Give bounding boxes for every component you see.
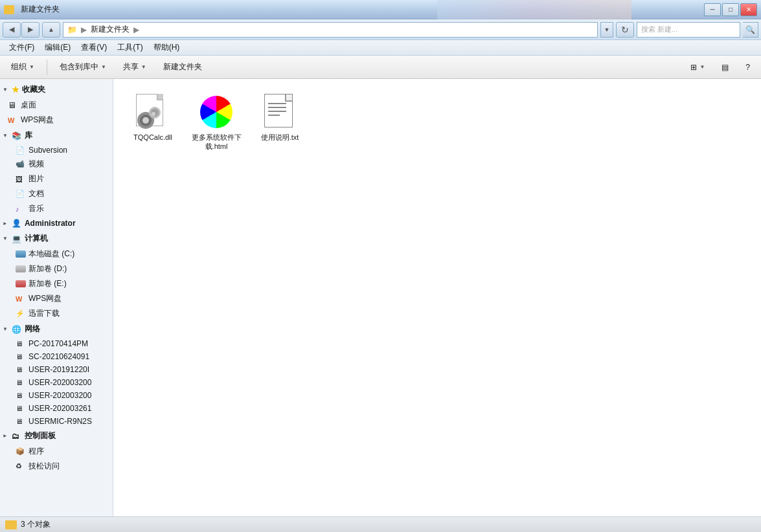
pc3-icon: 🖥: [16, 366, 26, 373]
share-button[interactable]: 共享 ▼: [117, 58, 152, 76]
address-box[interactable]: 📁 ▶ 新建文件夹 ▶: [63, 22, 598, 38]
sidebar-item-wps[interactable]: W WPS网盘: [0, 113, 113, 127]
pc7-icon: 🖥: [16, 417, 26, 425]
main-layout: ▼ ★ 收藏夹 🖥 桌面 W WPS网盘 ▼ 📚 库 📄 Subversion …: [0, 79, 761, 516]
maximize-button[interactable]: □: [722, 3, 739, 16]
wps2-icon: W: [16, 295, 26, 303]
recycle-label: 技松访问: [28, 461, 60, 472]
file-item-txt[interactable]: 使用说明.txt: [251, 89, 309, 156]
file-item-dll[interactable]: TQQCalc.dll: [124, 89, 182, 156]
toolbar-separator-1: [47, 60, 47, 75]
wps-label: WPS网盘: [21, 115, 54, 126]
sidebar-item-docs[interactable]: 📄 文档: [0, 186, 113, 201]
videos-icon: 📹: [16, 160, 26, 168]
search-button[interactable]: 🔍: [743, 22, 758, 38]
new-folder-button[interactable]: 新建文件夹: [157, 58, 208, 76]
pc5-label: USER-202003200: [28, 391, 91, 400]
favorites-expand-icon: ▼: [3, 87, 8, 93]
subversion-icon: 📄: [16, 146, 26, 155]
menu-help[interactable]: 帮助(H): [148, 41, 185, 54]
up-button[interactable]: ▲: [42, 22, 60, 38]
sidebar-control[interactable]: ▼ 🗂 控制面板: [0, 428, 113, 444]
sidebar-item-recycle[interactable]: ♻ 技松访问: [0, 459, 113, 474]
sidebar-item-drive-e[interactable]: 新加卷 (E:): [0, 276, 113, 291]
sidebar-favorites[interactable]: ▼ ★ 收藏夹: [0, 82, 113, 98]
sidebar-item-thunder[interactable]: ⚡ 迅雷下载: [0, 306, 113, 321]
admin-expand-icon: ▼: [2, 221, 8, 226]
drive-c-label: 本地磁盘 (C:): [28, 249, 74, 260]
music-label: 音乐: [28, 203, 44, 214]
thunder-label: 迅雷下载: [28, 308, 60, 319]
help-button[interactable]: ?: [740, 60, 756, 75]
forward-button[interactable]: ▶: [21, 22, 40, 38]
program-icon: 📦: [16, 447, 26, 456]
content-area: TQQCalc.dll 更多系统软件下载.html 使用: [113, 79, 761, 516]
sidebar-library[interactable]: ▼ 📚 库: [0, 127, 113, 144]
sidebar-item-drive-c[interactable]: 本地磁盘 (C:): [0, 247, 113, 261]
gear-hole-big: [142, 117, 149, 124]
sidebar-item-music[interactable]: ♪ 音乐: [0, 201, 113, 216]
sidebar-item-pc7[interactable]: 🖥 USERMIC-R9N2S: [0, 415, 113, 428]
pc6-icon: 🖥: [16, 405, 26, 412]
admin-label: Administrator: [25, 219, 76, 228]
view-toggle-button[interactable]: ⊞ ▼: [685, 60, 710, 75]
back-button[interactable]: ◀: [3, 22, 21, 38]
minimize-button[interactable]: ─: [704, 3, 721, 16]
file-item-html[interactable]: 更多系统软件下载.html: [187, 89, 245, 156]
statusbar-folder-icon: [5, 520, 17, 529]
sidebar-item-pc3[interactable]: 🖥 USER-20191220I: [0, 363, 113, 376]
titlebar: 新建文件夹 ─ □ ✕: [0, 0, 761, 19]
sidebar-item-wps2[interactable]: W WPS网盘: [0, 291, 113, 306]
sidebar-item-pc6[interactable]: 🖥 USER-202003261: [0, 402, 113, 415]
program-label: 程序: [28, 446, 44, 457]
titlebar-left: 新建文件夹: [4, 4, 60, 15]
library-label: 库: [25, 130, 32, 141]
pictures-icon: 🖼: [16, 175, 26, 183]
menu-edit[interactable]: 编辑(E): [40, 41, 76, 54]
subversion-label: Subversion: [28, 146, 67, 155]
sidebar-item-pc1[interactable]: 🖥 PC-20170414PM: [0, 337, 113, 350]
menu-view[interactable]: 查看(V): [76, 41, 112, 54]
refresh-button[interactable]: ↻: [616, 22, 634, 38]
wps-icon: W: [8, 116, 18, 124]
pc5-icon: 🖥: [16, 392, 26, 399]
thunder-icon: ⚡: [16, 309, 26, 318]
layout-button[interactable]: ▤: [716, 60, 734, 75]
drive-c-icon: [16, 250, 26, 258]
address-dropdown[interactable]: ▼: [600, 22, 613, 38]
network-expand-icon: ▼: [3, 326, 8, 332]
pc6-label: USER-202003261: [28, 404, 91, 413]
gear-hole-small: [152, 112, 155, 116]
sidebar-item-drive-d[interactable]: 新加卷 (D:): [0, 261, 113, 276]
titlebar-title: 新建文件夹: [21, 4, 60, 15]
sidebar-item-pc5[interactable]: 🖥 USER-202003200: [0, 389, 113, 402]
organize-button[interactable]: 组织 ▼: [5, 58, 40, 76]
favorites-star-icon: ★: [12, 85, 19, 94]
sidebar-computer[interactable]: ▼ 💻 计算机: [0, 230, 113, 247]
close-button[interactable]: ✕: [740, 3, 757, 16]
docs-label: 文档: [28, 188, 44, 199]
menu-file[interactable]: 文件(F): [4, 41, 40, 54]
menu-tools[interactable]: 工具(T): [112, 41, 148, 54]
colorwheel-icon: [200, 96, 233, 128]
sidebar-item-pc2[interactable]: 🖥 SC-20210624091: [0, 350, 113, 363]
include-in-lib-button[interactable]: 包含到库中 ▼: [54, 58, 112, 76]
txt-line-3: [268, 111, 286, 112]
sidebar-network[interactable]: ▼ 🌐 网络: [0, 321, 113, 337]
control-label: 控制面板: [25, 430, 56, 441]
sidebar-item-pictures[interactable]: 🖼 图片: [0, 172, 113, 186]
drive-d-icon: [16, 265, 26, 272]
folder-icon-addr: 📁: [67, 25, 77, 34]
control-icon: 🗂: [12, 432, 22, 441]
sidebar-item-videos[interactable]: 📹 视频: [0, 157, 113, 172]
sidebar-admin[interactable]: ▼ 👤 Administrator: [0, 216, 113, 230]
sidebar-item-desktop[interactable]: 🖥 桌面: [0, 98, 113, 113]
txt-icon: [262, 94, 298, 130]
search-placeholder: 搜索 新建...: [641, 25, 677, 34]
sidebar-item-subversion[interactable]: 📄 Subversion: [0, 144, 113, 157]
organize-dropdown-arrow: ▼: [29, 64, 34, 70]
sidebar-item-program[interactable]: 📦 程序: [0, 444, 113, 459]
drive-e-icon: [16, 280, 26, 287]
sidebar-item-pc4[interactable]: 🖥 USER-202003200: [0, 376, 113, 389]
search-box[interactable]: 搜索 新建...: [637, 22, 740, 38]
